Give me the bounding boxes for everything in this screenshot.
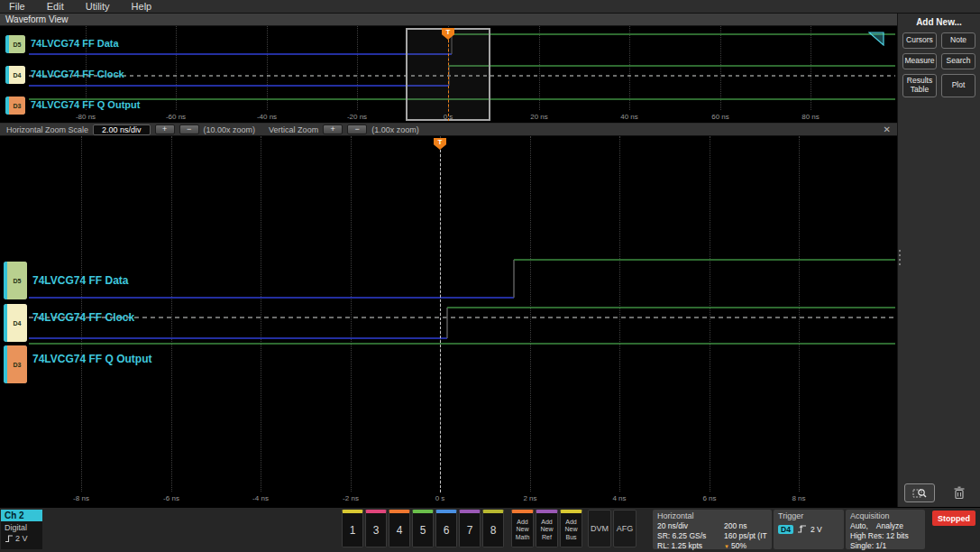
horizontal-resolution: 160 ps/pt (IT [724, 531, 767, 541]
add-new-search-button[interactable]: Search [941, 53, 975, 69]
time-tick-label: -4 ns [252, 494, 269, 502]
zoomed-waveform-traces [0, 136, 897, 507]
time-tick-label: 2 ns [523, 494, 536, 502]
add-new-bus-button[interactable]: Add New Bus [560, 510, 582, 547]
time-tick-label: 60 ns [711, 113, 729, 121]
trigger-position-line [448, 40, 449, 121]
channel-badge-d5[interactable]: D5 [4, 262, 27, 299]
zoom-overlay-icon [912, 487, 927, 500]
rising-edge-icon [797, 524, 807, 534]
time-tick-label: -60 ns [166, 113, 186, 121]
v-zoom-plus-button[interactable]: + [323, 124, 343, 134]
horizontal-title: Horizontal [657, 511, 767, 520]
h-zoom-scale-value[interactable]: 2.00 ns/div [93, 124, 151, 135]
zoom-control-bar: Horizontal Zoom Scale 2.00 ns/div + − (1… [0, 124, 897, 136]
time-tick-label: 6 ns [702, 494, 716, 502]
add-new-plot-button[interactable]: Plot [941, 74, 975, 97]
time-tick-label: -2 ns [343, 494, 359, 502]
waveform-view-title: Waveform View [5, 14, 68, 24]
menu-edit[interactable]: Edit [38, 1, 77, 12]
waveform-view-header: Waveform View [0, 14, 897, 26]
acquisition-title: Acquisition [850, 511, 920, 520]
overview-label-clock[interactable]: 74LVCG74 FF Clock [31, 69, 124, 79]
acquisition-status-badge: Stopped [932, 511, 975, 526]
time-tick-label: -6 ns [163, 494, 179, 502]
trigger-source-badge: D4 [778, 525, 793, 534]
acquisition-mode: Auto, Analyze [850, 521, 920, 531]
channel-buttons-group: 1345678 [342, 510, 504, 547]
h-zoom-readout: (10.00x zoom) [204, 125, 256, 134]
bottom-bar: Ch 2 Digital 2 V 1345678 Add New MathAdd… [0, 507, 980, 552]
time-tick-label: 40 ns [620, 113, 638, 121]
zoom-close-icon[interactable]: ✕ [884, 124, 891, 134]
panel-tools [898, 483, 980, 502]
horizontal-sample-rate: SR: 6.25 GS/s [657, 531, 724, 541]
channel-2-name: Ch 2 [1, 510, 42, 521]
trigger-position-line [440, 150, 441, 492]
afg-button[interactable]: AFG [613, 510, 637, 547]
add-new-title: Add New... [898, 17, 980, 27]
h-zoom-minus-button[interactable]: − [179, 124, 199, 134]
time-tick-label: 0 s [435, 494, 445, 502]
v-zoom-minus-button[interactable]: − [347, 124, 367, 134]
time-tick-label: 4 ns [612, 494, 626, 502]
zoom-overlay-button[interactable] [904, 483, 935, 502]
channel-5-button[interactable]: 5 [412, 510, 434, 547]
zoomed-label-data[interactable]: 74LVCG74 FF Data [32, 274, 128, 287]
add-new-cursors-button[interactable]: Cursors [902, 32, 937, 49]
channel-2-badge[interactable]: Ch 2 Digital 2 V [1, 510, 42, 549]
channel-1-button[interactable]: 1 [342, 510, 363, 547]
overview-label-q-output[interactable]: 74LVCG74 FF Q Output [31, 99, 140, 110]
trash-button[interactable] [944, 483, 975, 502]
horizontal-duration: 200 ns [724, 521, 767, 531]
add-new-note-button[interactable]: Note [941, 32, 975, 49]
channel-6-button[interactable]: 6 [435, 510, 457, 547]
time-tick-label: -80 ns [76, 113, 96, 121]
panel-splitter-handle[interactable] [899, 250, 901, 265]
trigger-settings-panel[interactable]: Trigger D4 2 V [774, 510, 844, 549]
overview-waveform-area[interactable]: D5 74LVCG74 FF Data D4 74LVCG74 FF Clock… [0, 26, 897, 124]
add-new-ref-button[interactable]: Add New Ref [536, 510, 558, 547]
channel-7-button[interactable]: 7 [459, 510, 481, 547]
horizontal-settings-panel[interactable]: Horizontal 20 ns/div 200 ns SR: 6.25 GS/… [653, 510, 772, 549]
time-tick-label: 20 ns [530, 113, 548, 121]
add-buttons-group: Add New MathAdd New RefAdd New Bus [511, 510, 582, 547]
zoomed-label-clock[interactable]: 74LVCG74 FF Clock [32, 311, 134, 324]
zoomed-waveform-area[interactable]: D5 74LVCG74 FF Data D4 74LVCG74 FF Clock… [0, 136, 897, 507]
v-zoom-label: Vertical Zoom [269, 125, 318, 134]
menu-utility[interactable]: Utility [77, 1, 123, 12]
channel-badge-d3[interactable]: D3 [4, 345, 27, 383]
channel-badge-d4[interactable]: D4 [5, 66, 25, 84]
horizontal-record-length: RL: 1.25 kpts [657, 541, 724, 551]
horizontal-position: ▼50% [724, 541, 767, 551]
add-new-buttons: CursorsNoteMeasureSearchResults TablePlo… [898, 32, 980, 97]
h-zoom-scale-label: Horizontal Zoom Scale [6, 125, 88, 134]
channel-2-threshold: 2 V [1, 534, 42, 543]
v-zoom-readout: (1.00x zoom) [371, 125, 419, 134]
acquisition-settings-panel[interactable]: Acquisition Auto, Analyze High Res: 12 b… [846, 510, 925, 549]
add-new-measure-button[interactable]: Measure [902, 53, 937, 69]
menu-help[interactable]: Help [123, 1, 165, 12]
time-tick-label: -40 ns [257, 113, 277, 121]
add-new-results-table-button[interactable]: Results Table [902, 74, 937, 97]
overview-label-data[interactable]: 74LVCG74 FF Data [31, 38, 119, 49]
h-zoom-plus-button[interactable]: + [155, 124, 175, 134]
channel-badge-d4[interactable]: D4 [4, 304, 27, 342]
add-new-math-button[interactable]: Add New Math [511, 510, 534, 547]
channel-2-threshold-value: 2 V [15, 534, 28, 543]
time-tick-label: -8 ns [73, 494, 89, 502]
channel-2-type: Digital [1, 523, 42, 532]
channel-3-button[interactable]: 3 [365, 510, 387, 547]
time-tick-label: 80 ns [801, 113, 820, 121]
rising-edge-icon [5, 534, 14, 543]
menu-file[interactable]: File [0, 1, 38, 12]
trash-icon [953, 486, 966, 500]
trigger-title: Trigger [778, 511, 839, 520]
zoomed-label-q-output[interactable]: 74LVCG74 FF Q Output [32, 353, 151, 365]
channel-8-button[interactable]: 8 [482, 510, 504, 547]
channel-4-button[interactable]: 4 [389, 510, 410, 547]
channel-badge-d5[interactable]: D5 [5, 35, 25, 53]
trigger-level-flag-icon[interactable] [868, 32, 884, 46]
dvm-button[interactable]: DVM [588, 510, 611, 547]
channel-badge-d3[interactable]: D3 [5, 97, 25, 115]
